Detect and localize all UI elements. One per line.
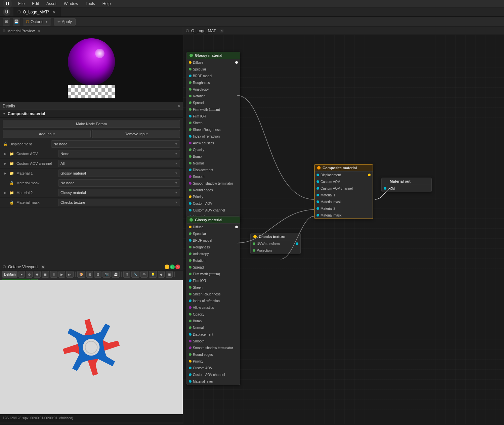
menu-help[interactable]: Help [101, 1, 112, 7]
material-mask2-dropdown-wrapper: Checks texture ▼ [58, 199, 180, 206]
pin-spread-2-label: Spread [193, 266, 238, 269]
vp-btn-skip[interactable]: ⏭ [66, 271, 74, 278]
pin-comp-output [368, 174, 371, 176]
vp-btn-ring[interactable]: ◉ [34, 271, 41, 278]
add-input-button[interactable]: Add Input [3, 130, 91, 138]
checks-texture-node[interactable]: Checks texture UVW transform Projection [250, 233, 301, 254]
octane-icon: ⬡ [26, 19, 29, 24]
glossy-material-node-2[interactable]: Glossy material Diffuse Specular BRDF mo… [186, 216, 240, 385]
material-preview-tab[interactable]: Material Preview [7, 29, 35, 33]
octane-dropdown-btn[interactable]: ⬡ Octane ▼ [23, 18, 51, 26]
viewport-maximize-button[interactable]: □ [170, 265, 175, 269]
vp-btn-eye[interactable]: 👁 [140, 271, 148, 278]
pin-projection: Projection [251, 247, 300, 254]
pin-brdf-1-dot [189, 75, 192, 77]
viewport-minimize-button[interactable]: − [165, 265, 169, 269]
pin-specular-2-label: Specular [193, 232, 238, 236]
custom-aov-channel-expand-icon: ▶ [3, 161, 8, 166]
tab-o-logo-mat[interactable]: ⬡ O_Logo_MAT* ✕ [13, 7, 60, 16]
viewport-canvas[interactable] [0, 280, 183, 414]
demain-label: DeMain [4, 273, 15, 276]
composite-section-header[interactable]: ▼ Composite material [0, 110, 183, 118]
demain-button[interactable]: DeMain [2, 271, 17, 278]
pin-filmior-1-label: Film IOR [193, 114, 238, 118]
vp-btn-save[interactable]: 💾 [112, 271, 120, 278]
menu-window[interactable]: Window [62, 1, 80, 7]
custom-aov-channel-folder-icon: 📁 [9, 161, 14, 166]
pin-ior-2: Index of refraction [187, 297, 240, 304]
pin-comp-customaovchannel-dot [317, 187, 319, 190]
material2-label: Material 2 [16, 191, 57, 195]
pin-diffuse-1-output [235, 61, 238, 64]
vp-btn-layout[interactable]: ⊞ [86, 271, 93, 278]
material2-dropdown[interactable]: Glossy material ▼ [58, 189, 180, 196]
pin-rotation-2: Rotation [187, 257, 240, 264]
vp-btn-monitor[interactable]: 🖥 [94, 271, 101, 278]
material-mask1-dropdown[interactable]: No node ▼ [58, 179, 180, 187]
displacement-dropdown[interactable]: No node ▼ [51, 140, 180, 148]
tab-close-button[interactable]: ✕ [51, 10, 56, 14]
custom-aov-dropdown[interactable]: None ▼ [58, 150, 180, 157]
pin-spread-1: Spread [187, 99, 240, 106]
vp-toolbar-divider1 [75, 272, 76, 277]
vp-btn-mesh[interactable]: ▣ [166, 271, 173, 278]
displacement-lock-icon: 🔒 [3, 141, 8, 147]
add-input-label: Add Input [39, 132, 54, 136]
vp-btn-wrench[interactable]: 🔧 [131, 271, 139, 278]
pin-comp-materialmask1-dot [317, 200, 319, 203]
pin-comp-materialmask1-label: Material mask [321, 200, 371, 204]
vp-btn-stop[interactable]: ⏹ [42, 271, 49, 278]
vp-btn-color[interactable]: 🎨 [77, 271, 85, 278]
save-icon-btn[interactable]: 💾 [13, 18, 20, 26]
grid-icon-btn[interactable]: ⊞ [3, 18, 10, 26]
pin-uvw-label: UVW transform [257, 242, 294, 246]
node-graph-panel[interactable]: ⬡ O_Logo_MAT × Glossy material [183, 27, 504, 424]
make-node-param-button[interactable]: Make Node Param [3, 120, 180, 128]
custom-aov-folder-icon: 📁 [9, 152, 14, 156]
vp-btn-sphere[interactable]: ● [18, 271, 25, 278]
material2-folder-icon: 📁 [9, 191, 14, 195]
vp-btn-pause[interactable]: ⏸ [50, 271, 57, 278]
vp-btn-material[interactable]: ◆ [158, 271, 165, 278]
pin-filmior-1-dot [189, 115, 192, 117]
pin-bump-2: Bump [187, 318, 240, 324]
pin-uvw-output [296, 242, 298, 245]
material1-dropdown[interactable]: Glossy material ▼ [58, 170, 180, 177]
vp-btn-play[interactable]: ▶ [58, 271, 65, 278]
pin-diffuse-1: Diffuse [187, 59, 240, 66]
material-out-node[interactable]: Material out input [381, 178, 432, 192]
apply-button[interactable]: ↩ Apply [54, 18, 76, 26]
details-header: Details × [0, 102, 183, 110]
viewport-tab-close-icon[interactable]: ✕ [41, 265, 45, 269]
pin-priority-1-dot [189, 195, 192, 198]
material-mask1-lock-icon: 🔒 [9, 181, 14, 185]
material1-expand-icon: ▶ [3, 171, 8, 176]
vp-btn-camera2[interactable]: 📷 [102, 271, 111, 278]
composite-material-node[interactable]: Composite material Displacement Custom A… [314, 164, 373, 219]
custom-aov-channel-dropdown[interactable]: All ▼ [58, 160, 180, 167]
menu-edit[interactable]: Edit [31, 1, 40, 7]
pin-filmwidth-1-label: Film width (□□□m) [193, 108, 238, 111]
pin-caustics-2-label: Allow caustics [193, 306, 238, 310]
vp-btn-light[interactable]: 💡 [149, 271, 157, 278]
menu-file[interactable]: File [17, 1, 26, 7]
pin-comp-materialmask2: Material mask [314, 212, 373, 219]
material2-dropdown-wrapper: Glossy material ▼ [58, 189, 180, 196]
pin-diffuse-2-label: Diffuse [193, 225, 234, 229]
material-mask2-dropdown[interactable]: Checks texture ▼ [58, 199, 180, 206]
vp-toolbar-divider3 [174, 272, 175, 277]
glossy-material-node-1[interactable]: Glossy material Diffuse Specular BRDF mo… [186, 52, 240, 221]
menu-tools[interactable]: Tools [84, 1, 96, 7]
material-preview-close[interactable]: × [38, 29, 40, 33]
details-close-icon[interactable]: × [178, 104, 180, 108]
custom-aov-channel-dropdown-arrow-icon: ▼ [175, 162, 178, 165]
menu-asset[interactable]: Asset [45, 1, 58, 7]
remove-input-button[interactable]: Remove Input [92, 130, 180, 138]
pin-smoothshadow-2: Smooth shadow terminator [187, 344, 240, 351]
vp-btn-settings[interactable]: ⚙ [123, 271, 130, 278]
pin-rotation-2-dot [189, 259, 192, 262]
viewport-close-button[interactable]: ✕ [175, 265, 180, 269]
vp-btn-camera[interactable]: ⊙ [26, 271, 33, 278]
details-panel: Details × ▼ Composite material Make Node… [0, 102, 183, 263]
node-graph-close-icon[interactable]: × [219, 29, 224, 33]
